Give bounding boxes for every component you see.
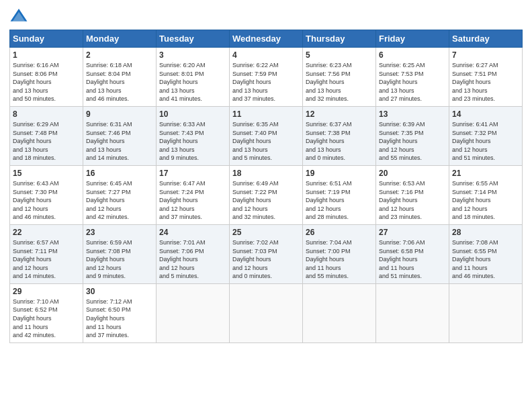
calendar-week-row: 8 Sunrise: 6:29 AM Sunset: 7:48 PM Dayli… [10,106,523,165]
daylight-minutes: and 46 minutes. [452,273,495,279]
daylight-value: and 11 hours [86,324,122,330]
calendar-cell: 17 Sunrise: 6:47 AM Sunset: 7:24 PM Dayl… [157,165,230,224]
daylight-minutes: and 46 minutes. [13,214,56,220]
daylight-label: Daylight hours [13,197,52,203]
daylight-value: and 13 hours [232,87,268,94]
daylight-value: and 12 hours [232,205,268,212]
calendar-cell: 14 Sunrise: 6:41 AM Sunset: 7:32 PM Dayl… [449,106,523,165]
sunset-line: Sunset: 6:58 PM [379,248,424,255]
day-number: 20 [379,169,446,178]
calendar-cell: 25 Sunrise: 7:02 AM Sunset: 7:03 PM Dayl… [230,224,303,283]
daylight-value: and 12 hours [13,205,48,212]
sunset-line: Sunset: 7:24 PM [159,189,204,195]
sunset-line: Sunset: 7:22 PM [232,189,277,195]
daylight-minutes: and 28 minutes. [306,214,349,220]
daylight-value: and 13 hours [86,146,122,153]
day-of-week-header: Sunday [10,30,83,48]
daylight-value: and 13 hours [452,87,488,94]
day-of-week-header: Thursday [303,30,376,48]
day-number: 27 [379,228,446,237]
calendar-cell: 21 Sunrise: 6:55 AM Sunset: 7:14 PM Dayl… [449,165,523,224]
daylight-label: Daylight hours [159,138,198,144]
daylight-label: Daylight hours [452,256,491,263]
calendar-cell [303,283,376,342]
daylight-label: Daylight hours [452,79,491,85]
sunrise-line: Sunrise: 6:45 AM [86,180,132,187]
daylight-minutes: and 32 minutes. [306,95,349,102]
day-info: Sunrise: 7:12 AM Sunset: 6:50 PM Dayligh… [86,298,153,340]
calendar-cell: 6 Sunrise: 6:25 AM Sunset: 7:53 PM Dayli… [376,48,449,107]
calendar-cell: 3 Sunrise: 6:20 AM Sunset: 8:01 PM Dayli… [157,48,230,107]
calendar-cell: 16 Sunrise: 6:45 AM Sunset: 7:27 PM Dayl… [83,165,157,224]
calendar-cell: 30 Sunrise: 7:12 AM Sunset: 6:50 PM Dayl… [83,283,157,342]
day-of-week-header: Wednesday [230,30,303,48]
daylight-minutes: and 14 minutes. [86,154,129,161]
daylight-label: Daylight hours [13,138,52,144]
sunset-line: Sunset: 7:00 PM [306,248,351,255]
day-info: Sunrise: 6:41 AM Sunset: 7:32 PM Dayligh… [452,120,519,163]
daylight-minutes: and 5 minutes. [159,273,199,279]
day-number: 14 [452,109,519,119]
daylight-value: and 12 hours [159,205,195,212]
sunset-line: Sunset: 7:35 PM [379,130,424,136]
daylight-value: and 13 hours [232,146,268,153]
calendar-cell: 2 Sunrise: 6:18 AM Sunset: 8:04 PM Dayli… [83,48,157,107]
day-number: 8 [13,109,80,119]
day-number: 28 [452,228,519,237]
calendar-cell: 20 Sunrise: 6:53 AM Sunset: 7:16 PM Dayl… [376,165,449,224]
calendar-body: 1 Sunrise: 6:16 AM Sunset: 8:06 PM Dayli… [10,48,523,343]
sunset-line: Sunset: 6:52 PM [13,306,58,313]
daylight-label: Daylight hours [379,138,418,144]
daylight-value: and 13 hours [306,146,341,153]
calendar: SundayMondayTuesdayWednesdayThursdayFrid… [9,30,523,343]
daylight-value: and 12 hours [159,265,195,271]
calendar-cell: 8 Sunrise: 6:29 AM Sunset: 7:48 PM Dayli… [10,106,83,165]
day-number: 25 [232,228,300,237]
daylight-value: and 12 hours [86,265,122,271]
daylight-minutes: and 18 minutes. [13,154,56,161]
calendar-cell: 12 Sunrise: 6:37 AM Sunset: 7:38 PM Dayl… [303,106,376,165]
day-number: 11 [232,109,300,119]
daylight-minutes: and 32 minutes. [232,214,275,220]
day-number: 4 [232,50,300,60]
calendar-cell: 7 Sunrise: 6:27 AM Sunset: 7:51 PM Dayli… [449,48,523,107]
sunset-line: Sunset: 7:16 PM [379,189,424,195]
sunrise-line: Sunrise: 6:47 AM [159,180,206,187]
daylight-minutes: and 18 minutes. [452,214,495,220]
daylight-minutes: and 0 minutes. [232,273,272,279]
sunrise-line: Sunrise: 6:25 AM [379,62,425,68]
calendar-cell: 23 Sunrise: 6:59 AM Sunset: 7:08 PM Dayl… [83,224,157,283]
daylight-value: and 12 hours [306,205,341,212]
day-info: Sunrise: 7:08 AM Sunset: 6:55 PM Dayligh… [452,238,519,281]
day-info: Sunrise: 6:51 AM Sunset: 7:19 PM Dayligh… [306,179,373,222]
sunrise-line: Sunrise: 6:16 AM [13,62,59,68]
daylight-value: and 13 hours [159,146,195,153]
daylight-value: and 12 hours [452,205,488,212]
day-number: 17 [159,169,226,178]
daylight-label: Daylight hours [159,79,198,85]
daylight-label: Daylight hours [379,256,418,263]
day-info: Sunrise: 6:25 AM Sunset: 7:53 PM Dayligh… [379,61,446,103]
page: SundayMondayTuesdayWednesdayThursdayFrid… [0,0,532,411]
calendar-cell: 29 Sunrise: 7:10 AM Sunset: 6:52 PM Dayl… [10,283,83,342]
calendar-cell [376,283,449,342]
daylight-label: Daylight hours [86,256,125,263]
daylight-minutes: and 51 minutes. [379,273,422,279]
day-number: 1 [13,50,80,60]
day-of-week-header: Friday [376,30,449,48]
sunset-line: Sunset: 6:50 PM [86,306,131,313]
sunrise-line: Sunrise: 6:29 AM [13,121,59,128]
calendar-cell: 4 Sunrise: 6:22 AM Sunset: 7:59 PM Dayli… [230,48,303,107]
daylight-label: Daylight hours [306,256,345,263]
daylight-label: Daylight hours [232,256,271,263]
sunrise-line: Sunrise: 7:02 AM [232,239,279,246]
day-info: Sunrise: 6:20 AM Sunset: 8:01 PM Dayligh… [159,61,226,103]
day-number: 9 [86,109,153,119]
day-info: Sunrise: 6:47 AM Sunset: 7:24 PM Dayligh… [159,179,226,222]
day-number: 21 [452,169,519,178]
daylight-minutes: and 9 minutes. [159,154,199,161]
daylight-minutes: and 42 minutes. [86,214,129,220]
sunrise-line: Sunrise: 6:33 AM [159,121,206,128]
day-number: 29 [13,287,80,296]
sunrise-line: Sunrise: 6:31 AM [86,121,132,128]
